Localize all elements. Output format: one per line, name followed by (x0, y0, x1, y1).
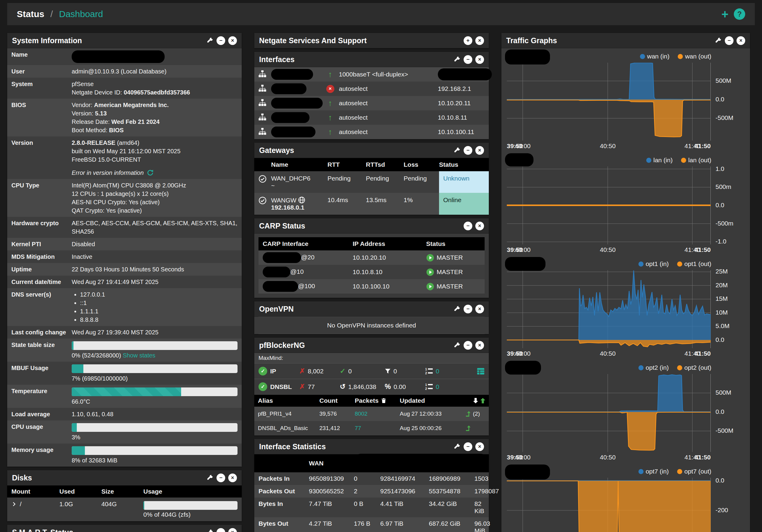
settings-wrench-icon[interactable] (206, 37, 213, 44)
update-level-up-icon[interactable] (465, 411, 472, 417)
master-play-icon (426, 268, 434, 276)
carp-row: @10 10.10.8.10 MASTER (259, 265, 485, 279)
traffic-graphs-panel: Traffic Graphs − × wan (in) wan (out) 50… (501, 33, 750, 532)
update-level-up-icon[interactable] (465, 425, 472, 431)
settings-wrench-icon[interactable] (453, 56, 461, 63)
interface-sitemap-icon[interactable] (259, 114, 266, 120)
close-icon[interactable]: × (228, 36, 237, 45)
gateway-row: WAN_DHCP6 ~ Pending Pending Pending Unkn… (254, 171, 489, 193)
sort-ascending-icon[interactable] (480, 398, 486, 404)
clear-packets-trash-icon[interactable] (381, 398, 387, 404)
redaction-blob (353, 454, 488, 472)
minimize-icon[interactable]: − (725, 36, 733, 45)
interface-statistics-panel: Interface Statistics − × WAN Packets In … (254, 439, 489, 532)
add-widget-icon[interactable]: + (722, 8, 728, 20)
redaction-blob (505, 361, 541, 375)
view-table-icon[interactable] (477, 367, 485, 375)
settings-wrench-icon[interactable] (206, 474, 213, 481)
carp-status: MASTER (437, 283, 463, 290)
breadcrumb-status-link[interactable]: Status (17, 9, 44, 19)
interface-up-icon: ↑ (328, 113, 332, 122)
minimize-icon[interactable]: − (216, 36, 225, 45)
sysinfo-row-version: Version 2.8.0-RELEASE (amd64) built on W… (7, 136, 242, 179)
close-icon[interactable]: × (475, 305, 484, 313)
carp-status: MASTER (437, 254, 463, 261)
close-icon[interactable]: × (475, 55, 484, 64)
openvpn-empty-message: No OpenVPN instances defined (259, 317, 485, 334)
settings-wrench-icon[interactable] (453, 443, 461, 450)
opt7-chart-plot[interactable] (507, 478, 711, 532)
settings-wrench-icon[interactable] (453, 305, 461, 313)
wan-traffic-graph: wan (in) wan (out) 500M0.0-500M 39:5040:… (505, 50, 746, 151)
close-icon[interactable]: × (228, 474, 237, 482)
gateways-panel: Gateways − × Name RTT RTTsd Loss Status … (254, 143, 489, 215)
breadcrumb-dashboard-link[interactable]: Dashboard (59, 9, 103, 19)
settings-wrench-icon[interactable] (715, 37, 722, 44)
settings-wrench-icon[interactable] (453, 342, 461, 349)
minimize-icon[interactable]: − (216, 474, 225, 482)
sysinfo-row-load: Load average 1.10, 0.61, 0.48 (7, 408, 242, 420)
close-icon[interactable]: × (475, 36, 484, 45)
minimize-icon[interactable]: − (464, 222, 472, 230)
system-information-panel: System Information − × Name User admin@1… (7, 33, 242, 467)
interface-row: ↑ 1000baseT <full-duplex> (254, 67, 489, 82)
close-icon[interactable]: × (475, 222, 484, 230)
redaction-blob (505, 153, 533, 167)
lan-chart-plot[interactable] (507, 167, 711, 244)
minimize-icon[interactable]: − (464, 341, 472, 350)
panel-title: Disks (12, 474, 206, 482)
interface-ip: 10.10.8.11 (438, 114, 485, 121)
interface-row: ↑ autoselect 10.10.8.11 (254, 111, 489, 125)
alias-row: DNSBL_ADs_Basic 231,412 77 Aug 25 00:00:… (254, 421, 489, 435)
sysinfo-row-system: System pfSense Netgate Device ID: 040965… (7, 78, 242, 99)
interface-sitemap-icon[interactable] (259, 85, 266, 92)
legend-dot-out (678, 54, 683, 59)
pfblocker-ip-row: ✓IP ✗8,002 ✓0 0 120 (254, 363, 489, 379)
chevron-right-icon[interactable] (11, 501, 17, 507)
close-icon[interactable]: × (736, 36, 745, 45)
refresh-icon[interactable] (147, 169, 154, 176)
close-icon[interactable]: × (475, 146, 484, 155)
expand-icon[interactable]: + (464, 36, 472, 45)
breadcrumb-bar: Status / Dashboard + ? (7, 3, 755, 25)
interface-sitemap-icon[interactable] (259, 128, 266, 135)
memory-usage-progressbar (72, 446, 238, 455)
history-icon: ↺ (340, 383, 345, 391)
minimize-icon[interactable]: − (464, 55, 472, 64)
minimize-icon[interactable]: − (464, 442, 472, 451)
sysinfo-row-lastconfig: Last config change Wed Aug 27 19:39:40 M… (7, 326, 242, 339)
pfblockerng-panel: pfBlockerNG − × MaxMind: ✓IP ✗8,002 ✓0 0… (254, 338, 489, 435)
close-icon[interactable]: × (475, 341, 484, 350)
legend-dot-in (646, 158, 651, 163)
carp-status: MASTER (437, 268, 463, 275)
match-funnel-icon (385, 368, 391, 374)
legend-dot-out (677, 469, 682, 474)
opt2-chart-plot[interactable] (507, 374, 711, 452)
minimize-icon[interactable]: − (216, 528, 225, 532)
sysinfo-row-temperature: Temperature 66.0°C (7, 385, 242, 408)
interface-sitemap-icon[interactable] (259, 99, 266, 106)
close-icon[interactable]: × (475, 442, 484, 451)
settings-wrench-icon[interactable] (453, 147, 461, 154)
panel-title: Interface Statistics (259, 442, 453, 451)
minimize-icon[interactable]: − (464, 305, 472, 313)
interface-up-icon: ↑ (328, 70, 332, 79)
opt1-chart-plot[interactable] (507, 270, 711, 348)
interface-sitemap-icon[interactable] (259, 70, 266, 77)
interface-down-icon: × (326, 85, 334, 93)
minimize-icon[interactable]: − (464, 146, 472, 155)
maxmind-label: MaxMind: (254, 353, 489, 363)
sysinfo-row-dns: DNS server(s) 127.0.0.1 ::1 1.1.1.1 8.8.… (7, 288, 242, 326)
wan-chart-plot[interactable] (507, 63, 711, 141)
sort-descending-icon[interactable] (473, 398, 479, 404)
gateway-check-icon (259, 196, 267, 204)
opt2-traffic-graph: opt2 (in) opt2 (out) 500M0.0-500M 39:504… (505, 361, 746, 463)
show-states-link[interactable]: Show states (123, 352, 155, 359)
close-icon[interactable]: × (228, 528, 237, 532)
redaction-blob (438, 68, 492, 80)
alias-row: pfB_PRI1_v4 39,576 8002 Aug 27 12:00:33 … (254, 407, 489, 421)
help-icon[interactable]: ? (734, 8, 745, 20)
settings-wrench-icon[interactable] (206, 529, 213, 532)
netgate-services-panel: Netgate Services And Support + × (254, 33, 489, 48)
redaction-blob (505, 49, 550, 64)
